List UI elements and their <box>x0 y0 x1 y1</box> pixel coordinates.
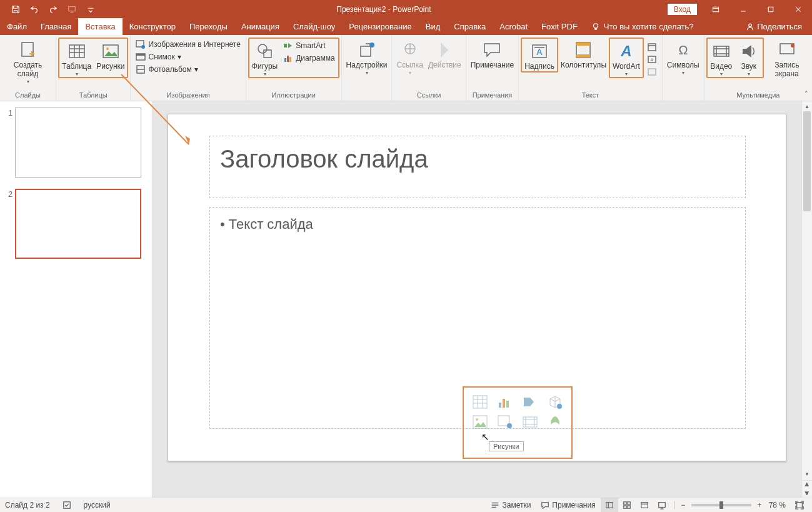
comment-label: Примечание <box>471 61 514 70</box>
action-button[interactable]: Действие <box>426 38 464 70</box>
insert-3d-model-icon[interactable] <box>546 394 564 410</box>
view-sorter[interactable] <box>618 498 636 513</box>
signin-button[interactable]: Вход <box>668 4 697 15</box>
tab-slideshow[interactable]: Слайд-шоу <box>286 18 342 35</box>
status-spellcheck[interactable] <box>58 498 76 513</box>
window-maximize[interactable] <box>757 0 784 18</box>
tab-review[interactable]: Рецензирование <box>342 18 418 35</box>
qat-save[interactable] <box>6 0 25 18</box>
svg-point-4 <box>749 24 751 26</box>
insert-picture-icon[interactable] <box>471 414 489 430</box>
svg-rect-28 <box>648 44 656 51</box>
header-footer-button[interactable]: Колонтитулы <box>558 38 609 70</box>
tab-acrobat[interactable]: Acrobat <box>493 18 534 35</box>
table-icon <box>67 41 87 61</box>
object-button[interactable] <box>645 66 659 78</box>
pictures-button[interactable]: Рисунки <box>94 39 127 77</box>
svg-rect-47 <box>606 503 613 508</box>
notes-label: Заметки <box>502 501 531 509</box>
view-normal[interactable] <box>601 498 618 513</box>
tab-view[interactable]: Вид <box>419 18 448 35</box>
zoom-in[interactable]: + <box>755 501 764 509</box>
link-button[interactable]: Ссылка ▾ <box>394 38 425 76</box>
screen-recording-button[interactable]: Запись экрана <box>764 38 810 79</box>
smartart-button[interactable]: SmartArt <box>281 40 336 51</box>
insert-chart-icon[interactable] <box>496 394 514 410</box>
slide-number-button[interactable]: # <box>645 54 659 65</box>
scroll-up[interactable]: ▲ <box>802 101 812 111</box>
group-slides-label: Слайды <box>15 91 41 100</box>
shapes-button[interactable]: Фигуры ▾ <box>249 39 280 77</box>
video-button[interactable]: Видео ▾ <box>708 39 735 77</box>
textbox-button[interactable]: A Надпись <box>521 38 558 73</box>
table-button[interactable]: Таблица ▾ <box>59 39 94 77</box>
date-time-button[interactable] <box>645 41 659 53</box>
screenshot-button[interactable]: Снимок ▾ <box>134 51 242 63</box>
tab-transitions[interactable]: Переходы <box>183 18 234 35</box>
photo-album-label: Фотоальбом <box>148 65 191 74</box>
audio-label: Звук <box>741 63 756 71</box>
scroll-down[interactable]: ▼ <box>802 469 812 479</box>
insert-icon-icon[interactable] <box>546 414 564 430</box>
wordart-button[interactable]: A WordArt ▾ <box>609 38 644 78</box>
slide-edit-area[interactable]: Заголовок слайда Текст слайда <box>153 101 801 498</box>
tab-foxit[interactable]: Foxit PDF <box>534 18 584 35</box>
qat-customize[interactable] <box>81 0 100 18</box>
tab-animations[interactable]: Анимация <box>234 18 286 35</box>
insert-table-icon[interactable] <box>471 394 489 410</box>
new-slide-button[interactable]: Создать слайд ▾ <box>2 38 54 84</box>
previous-slide[interactable]: ⯅ <box>802 481 812 489</box>
zoom-fit[interactable] <box>791 498 808 513</box>
status-slide-counter: Слайд 2 из 2 <box>5 501 50 509</box>
online-pictures-button[interactable]: Изображения в Интернете <box>134 39 242 50</box>
zoom-slider[interactable] <box>691 504 751 506</box>
insert-smartart-icon[interactable] <box>521 394 539 410</box>
svg-rect-16 <box>284 44 287 48</box>
insert-online-picture-icon[interactable] <box>496 414 514 430</box>
zoom-value[interactable]: 78 % <box>764 501 791 509</box>
view-reading[interactable] <box>636 498 653 513</box>
tab-design[interactable]: Конструктор <box>123 18 183 35</box>
group-text-label: Текст <box>582 91 599 100</box>
audio-button[interactable]: Звук ▾ <box>735 39 763 77</box>
window-minimize[interactable] <box>729 0 757 18</box>
title-placeholder[interactable]: Заголовок слайда <box>209 136 746 198</box>
ribbon-display-options[interactable] <box>702 0 729 18</box>
slide-vertical-scrollbar[interactable]: ▲ ▼ ⯅ ⯆ <box>801 101 812 498</box>
tab-share[interactable]: Поделиться <box>739 18 812 35</box>
slide-canvas[interactable]: Заголовок слайда Текст слайда <box>168 114 786 461</box>
qat-undo[interactable] <box>25 0 44 18</box>
chart-button[interactable]: Диаграмма <box>281 53 336 64</box>
insert-video-icon[interactable] <box>521 414 539 430</box>
svg-text:Ω: Ω <box>678 43 688 57</box>
next-slide[interactable]: ⯆ <box>802 489 812 498</box>
status-notes[interactable]: Заметки <box>486 498 536 513</box>
window-close[interactable] <box>784 0 812 18</box>
spellcheck-icon <box>63 501 71 509</box>
photo-album-button[interactable]: Фотоальбом ▾ <box>134 64 242 75</box>
tab-help[interactable]: Справка <box>447 18 493 35</box>
tab-home[interactable]: Главная <box>34 18 78 35</box>
content-placeholder[interactable]: Текст слайда ↖ Рисунки <box>209 207 746 429</box>
notes-icon <box>491 501 499 509</box>
addins-button[interactable]: Надстройки ▾ <box>344 38 390 76</box>
tab-tellme[interactable]: Что вы хотите сделать? <box>584 18 701 35</box>
qat-redo[interactable] <box>44 0 63 18</box>
zoom-out[interactable]: − <box>679 501 688 509</box>
group-comments-label: Примечания <box>473 91 513 100</box>
view-slideshow[interactable] <box>653 498 671 513</box>
collapse-ribbon[interactable]: ˄ <box>804 90 808 98</box>
status-comments[interactable]: Примечания <box>536 498 600 513</box>
svg-point-40 <box>557 404 562 409</box>
scroll-thumb[interactable] <box>803 111 811 211</box>
textbox-label: Надпись <box>524 63 554 71</box>
tab-insert[interactable]: Вставка <box>78 18 122 35</box>
thumbnail-slide-2[interactable] <box>15 189 141 259</box>
tab-file[interactable]: Файл <box>0 18 34 35</box>
group-images: Изображения в Интернете Снимок ▾ Фотоаль… <box>131 35 246 101</box>
thumbnail-slide-1[interactable] <box>15 108 141 178</box>
status-language[interactable]: русский <box>84 501 111 509</box>
symbols-button[interactable]: Ω Символы ▾ <box>664 38 702 76</box>
comment-button[interactable]: Примечание <box>468 38 516 70</box>
qat-start-slideshow[interactable] <box>63 0 81 18</box>
